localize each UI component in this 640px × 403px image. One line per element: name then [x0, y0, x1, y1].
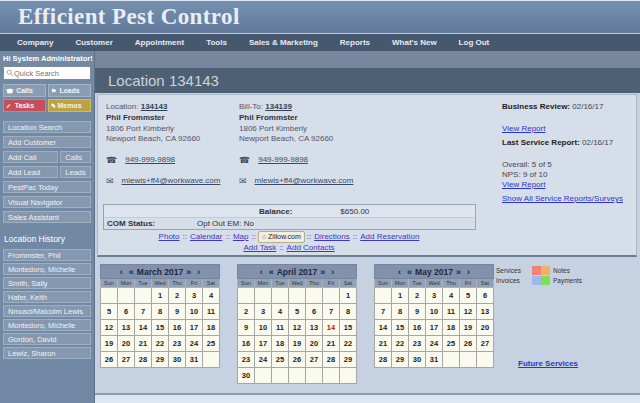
- next-month-icon[interactable]: ›: [197, 267, 200, 277]
- calendar-day[interactable]: 21: [135, 336, 152, 352]
- calendar-day[interactable]: 30: [409, 352, 426, 368]
- show-all-reports-link[interactable]: Show All Service Reports/Surveys: [502, 194, 623, 204]
- calendar-day[interactable]: 6: [118, 304, 135, 320]
- billto-id-link[interactable]: 134139: [265, 102, 292, 111]
- calendar-day[interactable]: 4: [272, 304, 289, 320]
- sidebar-item-calls[interactable]: Calls: [60, 151, 91, 163]
- calendar-day[interactable]: 2: [238, 304, 255, 320]
- calendar-day[interactable]: 5: [289, 304, 306, 320]
- history-item-hafer-keith[interactable]: Hafer, Keith: [3, 291, 91, 303]
- zillow-button[interactable]: ⌂ Zillow.com: [258, 231, 305, 243]
- sidebar-item-add-call[interactable]: Add Call: [3, 151, 58, 163]
- history-item-frommster-phil[interactable]: Frommster, Phil: [3, 249, 91, 261]
- quick-button-calls[interactable]: ☎Calls: [3, 84, 46, 97]
- quick-button-memos[interactable]: ✎Memos: [48, 99, 91, 112]
- prev-year-icon[interactable]: «: [269, 267, 274, 277]
- calendar-day[interactable]: 12: [460, 304, 477, 320]
- calendar-day[interactable]: 26: [101, 352, 118, 368]
- calendar-day[interactable]: 22: [340, 336, 357, 352]
- calendar-day[interactable]: 1: [340, 288, 357, 304]
- calendar-day[interactable]: 28: [375, 352, 392, 368]
- calendar-day[interactable]: 18: [203, 320, 220, 336]
- prev-year-icon[interactable]: «: [129, 267, 134, 277]
- quick-button-tasks[interactable]: ✓Tasks: [3, 99, 46, 112]
- calendar-day[interactable]: 6: [306, 304, 323, 320]
- next-month-icon[interactable]: ›: [331, 267, 334, 277]
- history-item-montedoro-michelle[interactable]: Montedoro, Michelle: [3, 319, 91, 331]
- calendar-day[interactable]: 15: [340, 320, 357, 336]
- calendar-day[interactable]: 29: [340, 352, 357, 368]
- calendar-day[interactable]: 16: [169, 320, 186, 336]
- next-month-icon[interactable]: ›: [467, 267, 470, 277]
- menu-item-appointment[interactable]: Appointment: [124, 38, 195, 47]
- prev-month-icon[interactable]: ‹: [120, 267, 123, 277]
- quick-search-input[interactable]: [14, 69, 88, 78]
- calendar-day[interactable]: 15: [392, 320, 409, 336]
- calendar-day[interactable]: 13: [477, 304, 494, 320]
- calendar-day[interactable]: 5: [460, 288, 477, 304]
- calendar-day[interactable]: 7: [375, 304, 392, 320]
- sidebar-item-sales-assistant[interactable]: Sales Assistant: [3, 211, 91, 223]
- calendar-day[interactable]: 14: [135, 320, 152, 336]
- calendar-day[interactable]: 23: [409, 336, 426, 352]
- calendar-day[interactable]: 12: [101, 320, 118, 336]
- next-year-icon[interactable]: »: [456, 267, 461, 277]
- calendar-day[interactable]: 11: [203, 304, 220, 320]
- calendar-day[interactable]: 10: [255, 320, 272, 336]
- calendar-day[interactable]: 15: [152, 320, 169, 336]
- calendar-day[interactable]: 23: [238, 352, 255, 368]
- calendar-day[interactable]: 22: [392, 336, 409, 352]
- calendar-day[interactable]: 17: [186, 320, 203, 336]
- location-phone-link[interactable]: 949-999-9898: [125, 155, 175, 165]
- calendar-day[interactable]: 3: [186, 288, 203, 304]
- calendar-day[interactable]: 16: [409, 320, 426, 336]
- calendar-day[interactable]: 9: [238, 320, 255, 336]
- future-services-link[interactable]: Future Services: [518, 359, 578, 368]
- view-report-link[interactable]: View Report: [502, 124, 545, 134]
- link-directions[interactable]: Directions: [314, 232, 350, 241]
- calendar-day[interactable]: 13: [306, 320, 323, 336]
- calendar-day[interactable]: 18: [272, 336, 289, 352]
- next-year-icon[interactable]: »: [186, 267, 191, 277]
- sidebar-item-location-search[interactable]: Location Search: [3, 121, 91, 133]
- calendar-day[interactable]: 25: [272, 352, 289, 368]
- quick-button-leads[interactable]: ⚑Leads: [48, 84, 91, 97]
- calendar-day[interactable]: 8: [340, 304, 357, 320]
- calendar-day[interactable]: 28: [135, 352, 152, 368]
- calendar-day[interactable]: 23: [169, 336, 186, 352]
- calendar-day[interactable]: 7: [135, 304, 152, 320]
- calendar-day[interactable]: 24: [255, 352, 272, 368]
- calendar-day[interactable]: 14: [375, 320, 392, 336]
- calendar-day[interactable]: 29: [152, 352, 169, 368]
- calendar-day[interactable]: 28: [323, 352, 340, 368]
- calendar-day[interactable]: 29: [392, 352, 409, 368]
- history-item-lewiz-sharon[interactable]: Lewiz, Sharon: [3, 347, 91, 359]
- calendar-day[interactable]: 7: [323, 304, 340, 320]
- sidebar-item-add-customer[interactable]: Add Customer: [3, 136, 91, 148]
- calendar-day[interactable]: 11: [272, 320, 289, 336]
- calendar-day[interactable]: 12: [289, 320, 306, 336]
- calendar-day[interactable]: 31: [186, 352, 203, 368]
- calendar-day[interactable]: 17: [255, 336, 272, 352]
- calendar-day[interactable]: 1: [152, 288, 169, 304]
- calendar-day[interactable]: 11: [443, 304, 460, 320]
- prev-month-icon[interactable]: ‹: [260, 267, 263, 277]
- billto-phone-link[interactable]: 949-999-9898: [258, 155, 308, 165]
- calendar-day[interactable]: 1: [392, 288, 409, 304]
- calendar-day[interactable]: 14: [323, 320, 340, 336]
- calendar-day[interactable]: 27: [118, 352, 135, 368]
- calendar-day[interactable]: 9: [169, 304, 186, 320]
- calendar-day[interactable]: 31: [426, 352, 443, 368]
- next-year-icon[interactable]: »: [320, 267, 325, 277]
- calendar-day[interactable]: 21: [375, 336, 392, 352]
- calendar-day[interactable]: 8: [392, 304, 409, 320]
- link-add-task[interactable]: Add Task: [243, 243, 276, 252]
- sidebar-item-visual-navigator[interactable]: Visual Navigator: [3, 196, 91, 208]
- sidebar-item-leads[interactable]: Leads: [60, 166, 91, 178]
- calendar-day[interactable]: 9: [409, 304, 426, 320]
- menu-item-what-s-new[interactable]: What's New: [381, 38, 448, 47]
- calendar-day[interactable]: 10: [426, 304, 443, 320]
- menu-item-company[interactable]: Company: [6, 38, 64, 47]
- history-item-smith-sally[interactable]: Smith, Sally: [3, 277, 91, 289]
- calendar-day[interactable]: 4: [443, 288, 460, 304]
